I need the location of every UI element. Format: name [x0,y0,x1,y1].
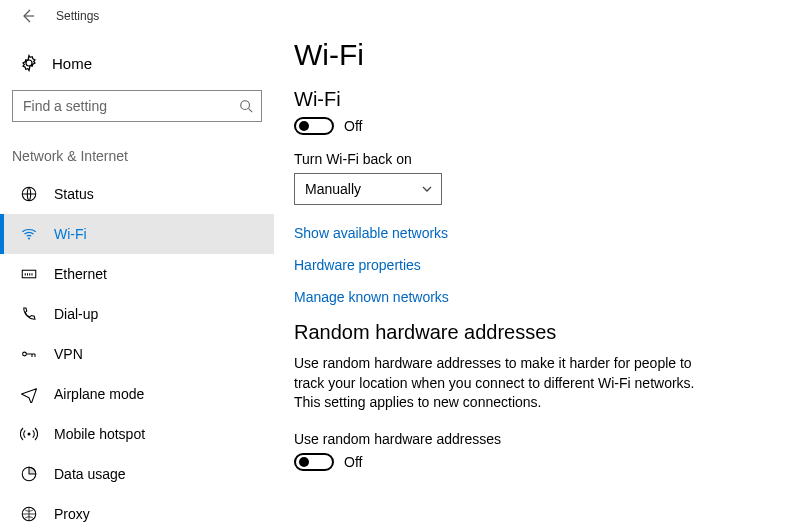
nav-item-dialup[interactable]: Dial-up [0,294,274,334]
svg-point-6 [28,433,31,436]
wifi-toggle[interactable]: Off [294,117,757,135]
link-hardware-properties[interactable]: Hardware properties [294,257,757,273]
svg-line-1 [249,109,253,113]
nav-item-proxy[interactable]: Proxy [0,494,274,526]
nav-label: Mobile hotspot [54,426,145,442]
arrow-left-icon [20,8,36,24]
group-title: Network & Internet [0,148,274,164]
toggle-track [294,453,334,471]
titlebar: Settings [0,0,787,32]
svg-point-5 [23,352,27,356]
toggle-knob [299,121,309,131]
nav-label: Status [54,186,94,202]
nav-item-datausage[interactable]: Data usage [0,454,274,494]
home-button[interactable]: Home [0,46,274,80]
svg-rect-4 [22,270,36,278]
nav-item-wifi[interactable]: Wi-Fi [0,214,274,254]
home-label: Home [52,55,92,72]
link-manage-networks[interactable]: Manage known networks [294,289,757,305]
nav-label: Proxy [54,506,90,522]
chevron-down-icon [421,183,433,195]
nav-label: Wi-Fi [54,226,87,242]
nav-label: VPN [54,346,83,362]
toggle-track [294,117,334,135]
hotspot-icon [18,425,40,443]
nav-item-airplane[interactable]: Airplane mode [0,374,274,414]
page-title: Wi-Fi [294,38,757,72]
turn-back-select[interactable]: Manually [294,173,442,205]
window-title: Settings [56,9,99,23]
sidebar: Home Network & Internet Status Wi-Fi [0,32,274,526]
nav-item-status[interactable]: Status [0,174,274,214]
nav-item-hotspot[interactable]: Mobile hotspot [0,414,274,454]
nav-label: Ethernet [54,266,107,282]
turn-back-label: Turn Wi-Fi back on [294,151,757,167]
content-pane: Wi-Fi Wi-Fi Off Turn Wi-Fi back on Manua… [274,32,787,526]
turn-back-value: Manually [305,181,361,197]
airplane-icon [18,385,40,403]
vpn-icon [18,345,40,363]
svg-point-3 [28,237,30,239]
nav-item-ethernet[interactable]: Ethernet [0,254,274,294]
search-box[interactable] [12,90,262,122]
nav-label: Data usage [54,466,126,482]
data-usage-icon [18,465,40,483]
toggle-knob [299,457,309,467]
wifi-toggle-state: Off [344,118,362,134]
wifi-icon [18,225,40,243]
nav-label: Dial-up [54,306,98,322]
random-hw-toggle-state: Off [344,454,362,470]
link-show-networks[interactable]: Show available networks [294,225,757,241]
ethernet-icon [18,265,40,283]
back-button[interactable] [12,0,44,32]
search-icon [239,99,253,113]
search-input[interactable] [21,97,221,115]
random-hw-description: Use random hardware addresses to make it… [294,354,724,413]
phone-icon [18,305,40,323]
random-hw-toggle[interactable]: Off [294,453,757,471]
nav-label: Airplane mode [54,386,144,402]
random-hw-toggle-label: Use random hardware addresses [294,431,757,447]
nav-item-vpn[interactable]: VPN [0,334,274,374]
random-hw-header: Random hardware addresses [294,321,757,344]
globe-icon [18,185,40,203]
wifi-section-header: Wi-Fi [294,88,757,111]
nav-list: Status Wi-Fi Ethernet Dial-up [0,174,274,526]
gear-icon [18,54,40,72]
svg-point-0 [241,101,250,110]
proxy-icon [18,505,40,523]
